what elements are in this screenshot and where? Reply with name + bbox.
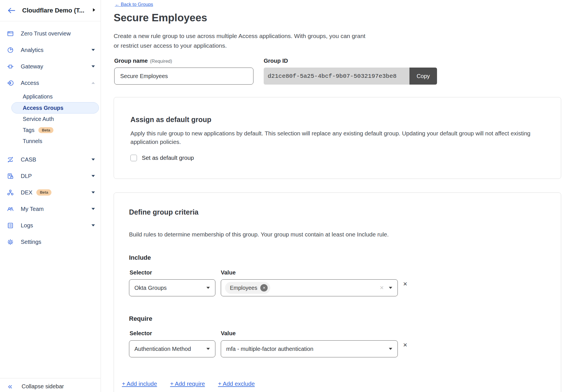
sidebar-item-label: Tunnels — [23, 138, 42, 144]
selected-value: Okta Groups — [134, 285, 167, 291]
group-name-input[interactable] — [114, 68, 253, 85]
sidebar-item-label: My Team — [21, 206, 44, 212]
selected-value: mfa - multiple-factor authentication — [226, 346, 313, 352]
required-hint: (Required) — [150, 58, 172, 64]
dex-icon — [7, 189, 14, 196]
chevron-down-icon[interactable] — [91, 175, 95, 177]
sidebar-nav: Zero Trust overview Analytics Gateway — [0, 21, 101, 250]
sidebar-item-label: DLP — [21, 173, 32, 179]
dropdown-caret-icon — [206, 348, 210, 350]
chevron-down-icon[interactable] — [91, 158, 95, 161]
collapse-chevrons-icon: « — [8, 383, 12, 390]
default-group-card: Assign as default group Apply this rule … — [114, 97, 561, 179]
logs-icon — [7, 222, 14, 229]
value-chip: Employees ✕ — [225, 282, 270, 294]
chevron-down-icon[interactable] — [91, 208, 95, 210]
sidebar-item-zero-trust-overview[interactable]: Zero Trust overview — [0, 25, 101, 42]
page-description-line2: or restrict user access to your applicat… — [114, 41, 365, 51]
sidebar-item-access[interactable]: Access — [0, 75, 101, 91]
sidebar-item-label: Gateway — [21, 63, 43, 70]
include-value-label: Value — [221, 269, 236, 276]
account-name: Cloudflare Demo (T... — [22, 7, 91, 14]
sidebar-item-label: CASB — [21, 156, 36, 163]
group-name-label: Group name(Required) — [114, 58, 172, 64]
dropdown-caret-icon — [389, 348, 392, 350]
group-id-row: d21ce80f-5a25-4bcf-9b07-5032197e3be8 Cop… — [264, 68, 437, 85]
beta-badge: Beta — [36, 189, 51, 196]
sidebar-item-service-auth[interactable]: Service Auth — [0, 114, 101, 125]
gateway-icon — [7, 63, 14, 70]
selected-value: Authentication Method — [134, 346, 191, 352]
sidebar-item-label: Access — [21, 80, 39, 86]
sidebar-item-logs[interactable]: Logs — [0, 217, 101, 234]
sidebar-item-label: Settings — [21, 239, 41, 245]
set-default-group-checkbox[interactable] — [130, 155, 137, 161]
chevron-up-icon[interactable] — [91, 82, 95, 84]
require-selector-dropdown[interactable]: Authentication Method — [129, 340, 215, 357]
sidebar-header: Cloudflare Demo (T... — [0, 0, 101, 21]
card-description: Build rules to determine membership of t… — [129, 230, 389, 239]
checkbox-label: Set as default group — [142, 154, 194, 161]
gear-icon — [7, 239, 14, 245]
sidebar-item-casb[interactable]: CASB — [0, 151, 101, 168]
set-default-group-checkbox-row: Set as default group — [130, 154, 194, 161]
access-icon — [7, 80, 14, 86]
dropdown-caret-icon — [389, 287, 392, 289]
remove-require-rule-icon[interactable]: ✕ — [403, 342, 407, 348]
sidebar-item-label: Zero Trust overview — [21, 30, 71, 37]
sidebar-item-applications[interactable]: Applications — [0, 91, 101, 102]
main-content: ← Back to Groups Secure Employees Create… — [101, 0, 568, 392]
page-description: Create a new rule group to use across mu… — [114, 31, 365, 51]
card-description-line2: application policies. — [130, 138, 530, 146]
back-to-groups-link[interactable]: ← Back to Groups — [115, 2, 153, 7]
add-require-link[interactable]: + Add require — [170, 380, 205, 387]
copy-button[interactable]: Copy — [409, 68, 437, 85]
chevron-down-icon[interactable] — [91, 191, 95, 194]
chevron-down-icon[interactable] — [91, 49, 95, 51]
chip-remove-icon[interactable]: ✕ — [260, 284, 268, 292]
sidebar: Cloudflare Demo (T... Zero Trust overvie… — [0, 0, 101, 392]
account-expand-icon[interactable] — [93, 8, 95, 13]
sidebar-item-settings[interactable]: Settings — [0, 234, 101, 250]
sidebar-item-analytics[interactable]: Analytics — [0, 42, 101, 58]
card-title: Assign as default group — [130, 116, 211, 124]
access-subnav: Applications Access Groups Service Auth … — [0, 91, 101, 147]
back-link-label: Back to Groups — [121, 2, 153, 7]
sidebar-item-tags[interactable]: Tags Beta — [0, 125, 101, 136]
sidebar-item-label: Access Groups — [23, 105, 63, 111]
overview-icon — [7, 30, 14, 37]
sidebar-item-label: Applications — [23, 93, 53, 100]
beta-badge: Beta — [38, 127, 53, 133]
sidebar-item-label: Analytics — [21, 47, 43, 53]
collapse-sidebar-button[interactable]: « Collapse sidebar — [8, 383, 64, 390]
dlp-icon — [7, 173, 14, 179]
group-id-label: Group ID — [264, 58, 288, 64]
card-description: Apply this rule group to new application… — [130, 129, 530, 146]
sidebar-item-gateway[interactable]: Gateway — [0, 58, 101, 75]
add-include-link[interactable]: + Add include — [122, 380, 157, 387]
collapse-label: Collapse sidebar — [22, 383, 64, 390]
require-value-dropdown[interactable]: mfa - multiple-factor authentication — [221, 340, 398, 357]
chevron-down-icon[interactable] — [91, 65, 95, 68]
include-selector-dropdown[interactable]: Okta Groups — [129, 279, 215, 296]
card-description-line1: Apply this rule group to new application… — [130, 129, 530, 138]
add-exclude-link[interactable]: + Add exclude — [218, 380, 255, 387]
sidebar-item-tunnels[interactable]: Tunnels — [0, 136, 101, 147]
include-value-multiselect[interactable]: Employees ✕ ✕ — [221, 279, 398, 296]
add-rule-links: + Add include + Add require + Add exclud… — [122, 380, 255, 387]
dropdown-caret-icon — [206, 287, 210, 289]
sidebar-item-dex[interactable]: DEX Beta — [0, 184, 101, 201]
chip-label: Employees — [230, 285, 257, 291]
analytics-icon — [7, 47, 14, 53]
page-title: Secure Employees — [114, 12, 207, 24]
include-selector-label: Selector — [130, 269, 152, 276]
sidebar-item-dlp[interactable]: DLP — [0, 168, 101, 184]
back-arrow-icon[interactable] — [7, 6, 16, 15]
sidebar-item-access-groups[interactable]: Access Groups — [11, 102, 99, 114]
chevron-down-icon[interactable] — [91, 224, 95, 227]
zero-trust-dashboard: Cloudflare Demo (T... Zero Trust overvie… — [0, 0, 568, 392]
remove-include-rule-icon[interactable]: ✕ — [403, 281, 407, 287]
clear-values-icon[interactable]: ✕ — [380, 285, 384, 291]
sidebar-item-label: Service Auth — [23, 116, 54, 122]
sidebar-item-my-team[interactable]: My Team — [0, 201, 101, 217]
